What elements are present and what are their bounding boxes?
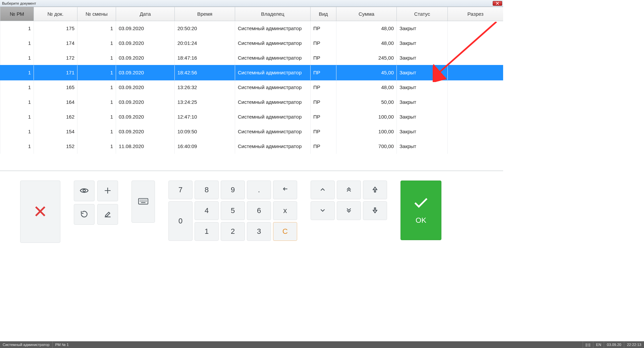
nav-page-up[interactable] [337,181,361,199]
cell-doc: 164 [34,95,77,110]
control-panel: 7 8 9 . 4 5 6 0 x 1 2 3 C [0,171,503,265]
cell-slice [448,36,503,51]
key-0[interactable]: 0 [168,201,193,241]
key-clear[interactable]: C [273,222,297,241]
cell-sum: 50,00 [336,95,397,110]
nav-up[interactable] [311,181,335,199]
key-7[interactable]: 7 [168,181,193,199]
edit-button[interactable] [97,204,118,225]
cell-owner: Системный администратор [235,139,311,154]
cell-slice [448,110,503,124]
nav-down[interactable] [311,201,335,220]
col-header-pm[interactable]: № РМ [0,7,34,21]
cell-slice [448,95,503,110]
cell-type: ПР [311,65,336,80]
cell-date: 03.09.2020 [116,95,175,110]
cell-owner: Системный администратор [235,51,311,65]
cell-pm: 1 [0,95,34,110]
col-header-doc[interactable]: № док. [34,7,77,21]
cell-pm: 1 [0,139,34,154]
cell-pm: 1 [0,124,34,139]
table-row[interactable]: 1164103.09.202013:24:25Системный админис… [0,95,503,110]
cell-type: ПР [311,80,336,95]
svg-point-0 [83,189,86,192]
cell-time: 16:40:09 [175,139,235,154]
col-header-shift[interactable]: № смены [77,7,116,21]
col-header-time[interactable]: Время [175,7,235,21]
cell-status: Закрыт [397,21,448,36]
col-header-status[interactable]: Статус [397,7,448,21]
key-3[interactable]: 3 [247,222,271,241]
cell-date: 03.09.2020 [116,110,175,124]
cell-shift: 1 [77,21,116,36]
nav-top[interactable] [363,181,387,199]
window-close-button[interactable] [493,1,502,6]
cell-sum: 48,00 [336,80,397,95]
cell-doc: 165 [34,80,77,95]
cell-time: 18:42:56 [175,65,235,80]
cell-slice [448,80,503,95]
key-9[interactable]: 9 [221,181,245,199]
cell-owner: Системный администратор [235,65,311,80]
col-header-owner[interactable]: Владелец [235,7,311,21]
cell-sum: 45,00 [336,65,397,80]
table-row[interactable]: 1165103.09.202013:26:32Системный админис… [0,80,503,95]
cell-sum: 100,00 [336,124,397,139]
key-4[interactable]: 4 [195,201,219,220]
cell-date: 03.09.2020 [116,80,175,95]
cell-time: 18:47:16 [175,51,235,65]
nav-bottom[interactable] [363,201,387,220]
table-row[interactable]: 1154103.09.202010:09:50Системный админис… [0,124,503,139]
key-2[interactable]: 2 [221,222,245,241]
cell-slice [448,65,503,80]
key-1[interactable]: 1 [195,222,219,241]
table-row[interactable]: 1174103.09.202020:01:24Системный админис… [0,36,503,51]
key-6[interactable]: 6 [247,201,271,220]
edit-icon [103,210,112,219]
nav-page-down[interactable] [337,201,361,220]
cell-status: Закрыт [397,65,448,80]
add-button[interactable] [97,181,118,201]
cell-slice [448,124,503,139]
cell-doc: 174 [34,36,77,51]
cancel-button[interactable] [20,181,60,243]
table-row[interactable]: 1171103.09.202018:42:56Системный админис… [0,65,503,80]
plus-icon [103,186,112,196]
cell-time: 13:26:32 [175,80,235,95]
col-header-type[interactable]: Вид [311,7,336,21]
ok-label: OK [416,216,426,225]
cell-type: ПР [311,36,336,51]
key-backspace[interactable] [273,181,297,199]
key-dot[interactable]: . [247,181,271,199]
cell-time: 12:47:10 [175,110,235,124]
cell-sum: 245,00 [336,51,397,65]
cell-status: Закрыт [397,80,448,95]
keyboard-button[interactable] [131,181,155,223]
table-row[interactable]: 1152111.08.202016:40:09Системный админис… [0,139,503,154]
double-chevron-down-icon [345,207,353,215]
ok-button[interactable]: OK [400,181,441,240]
col-header-date[interactable]: Дата [116,7,175,21]
col-header-slice[interactable]: Разрез [448,7,503,21]
cell-status: Закрыт [397,139,448,154]
table-row[interactable]: 1175103.09.202020:50:20Системный админис… [0,21,503,36]
eye-icon [79,186,89,196]
cell-shift: 1 [77,110,116,124]
cell-shift: 1 [77,80,116,95]
cell-shift: 1 [77,51,116,65]
view-button[interactable] [74,181,95,201]
tool-buttons [74,181,118,225]
cell-pm: 1 [0,51,34,65]
cell-date: 03.09.2020 [116,124,175,139]
cell-doc: 152 [34,139,77,154]
refresh-button[interactable] [74,204,95,225]
col-header-sum[interactable]: Сумма [336,7,397,21]
key-5[interactable]: 5 [221,201,245,220]
cell-status: Закрыт [397,51,448,65]
cell-time: 10:09:50 [175,124,235,139]
cell-sum: 700,00 [336,139,397,154]
table-row[interactable]: 1162103.09.202012:47:10Системный админис… [0,110,503,124]
key-8[interactable]: 8 [195,181,219,199]
table-row[interactable]: 1172103.09.202018:47:16Системный админис… [0,51,503,65]
key-multiply[interactable]: x [273,201,297,220]
